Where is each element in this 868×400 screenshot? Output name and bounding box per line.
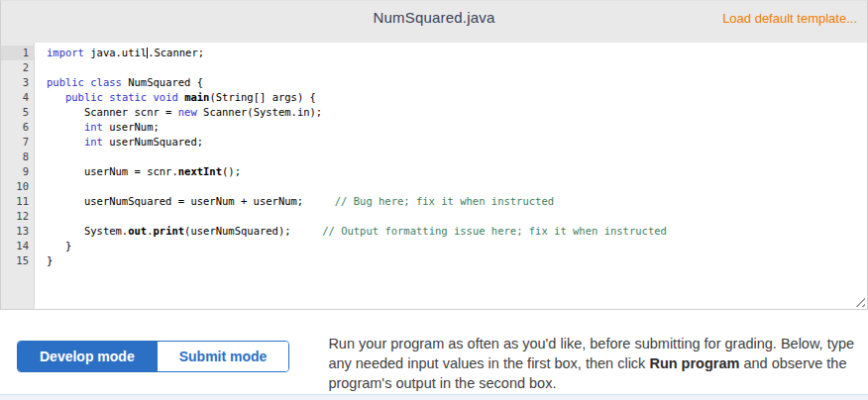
code-token: (); — [222, 165, 241, 177]
code-token: userNumSquared = userNum + userNum; — [47, 195, 335, 207]
code-line: int userNum; — [47, 120, 867, 135]
code-line: userNum = scnr.nextInt(); — [47, 164, 867, 179]
code-line: userNumSquared = userNum + userNum; // B… — [47, 194, 867, 209]
code-line: public class NumSquared { — [47, 75, 867, 90]
code-line: Scanner scnr = new Scanner(System.in); — [47, 105, 867, 120]
code-line: public static void main(String[] args) { — [47, 90, 867, 105]
code-token: print — [153, 225, 184, 237]
code-token: // Bug here; fix it when instructed — [335, 195, 554, 207]
line-number: 2 — [1, 60, 34, 75]
line-number-gutter: 123456789101112131415 — [1, 43, 35, 309]
code-token: void — [154, 91, 178, 103]
next-section-divider — [0, 394, 868, 400]
line-number: 1 — [1, 46, 34, 60]
code-token: (String[] args) { — [209, 91, 315, 103]
code-token: out — [128, 225, 147, 237]
code-token — [47, 121, 84, 133]
line-number: 10 — [1, 179, 34, 194]
line-number: 9 — [1, 164, 34, 179]
code-token: userNumSquared; — [103, 136, 203, 148]
code-token: int — [84, 136, 103, 148]
code-token: class — [90, 76, 122, 88]
code-token: new — [178, 106, 197, 118]
code-token — [47, 136, 84, 148]
line-number: 14 — [1, 239, 34, 253]
code-token: System. — [47, 225, 128, 237]
run-program-bold: Run program — [649, 355, 739, 371]
code-line — [47, 179, 867, 194]
code-token: } — [47, 254, 53, 266]
line-number: 12 — [1, 209, 34, 224]
code-token: public — [47, 76, 84, 88]
code-line: } — [47, 253, 867, 268]
code-line — [47, 60, 867, 75]
code-line: import java.util.Scanner; — [47, 46, 867, 60]
line-number: 7 — [1, 135, 34, 150]
code-line: } — [47, 239, 867, 253]
code-token: userNum; — [103, 121, 160, 133]
code-token: java.util — [84, 47, 147, 58]
code-token: main — [184, 91, 209, 103]
code-token: public — [65, 91, 103, 103]
code-line — [47, 150, 867, 164]
line-number: 11 — [1, 194, 34, 209]
code-line — [47, 209, 867, 224]
load-default-template-link[interactable]: Load default template... — [722, 11, 857, 26]
code-line: System.out.print(userNumSquared); // Out… — [47, 224, 867, 239]
code-token: nextInt — [178, 165, 222, 177]
code-lines[interactable]: import java.util.Scanner;public class Nu… — [35, 43, 867, 309]
code-line: int userNumSquared; — [47, 135, 867, 150]
code-token: Scanner scnr = — [47, 106, 178, 118]
line-number: 4 — [1, 90, 34, 105]
line-number: 6 — [1, 120, 34, 135]
bottom-row: Develop mode Submit mode Run your progra… — [17, 334, 868, 393]
line-number: 13 — [1, 224, 34, 239]
submit-mode-button[interactable]: Submit mode — [157, 342, 289, 371]
line-number: 8 — [1, 150, 34, 164]
code-token: Scanner(System.in); — [197, 106, 322, 118]
line-number: 5 — [1, 105, 34, 120]
instructions-text: Run your program as often as you'd like,… — [328, 334, 868, 393]
code-token: NumSquared { — [122, 76, 203, 88]
code-token: import — [47, 47, 84, 58]
code-token: static — [109, 91, 147, 103]
mode-toggle: Develop mode Submit mode — [17, 341, 289, 372]
code-token: // Output formatting issue here; fix it … — [322, 225, 667, 237]
code-editor[interactable]: 123456789101112131415 import java.util.S… — [1, 43, 867, 309]
code-token: userNum = scnr. — [47, 165, 178, 177]
code-token — [47, 91, 65, 103]
code-token: .Scanner; — [148, 47, 204, 58]
editor-header: NumSquared.java Load default template... — [1, 1, 867, 43]
line-number: 15 — [1, 253, 34, 268]
code-token: } — [47, 240, 71, 251]
line-number: 3 — [1, 75, 34, 90]
develop-mode-button[interactable]: Develop mode — [18, 342, 157, 371]
code-editor-panel: NumSquared.java Load default template...… — [0, 0, 868, 310]
code-token: int — [84, 121, 103, 133]
code-token: (userNumSquared); — [184, 225, 322, 237]
